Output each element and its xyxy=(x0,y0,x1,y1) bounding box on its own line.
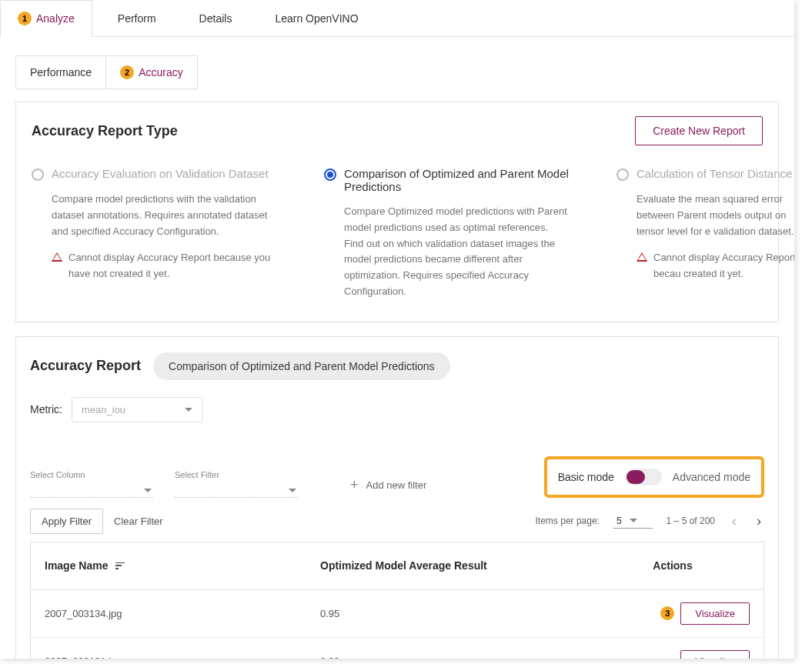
radio-tensor-warn: Cannot display Accuracy Report becau cre… xyxy=(653,250,794,282)
report-type-section: Accuracy Report Type Create New Report A… xyxy=(15,102,779,322)
accuracy-report-title: Accuracy Report xyxy=(30,358,141,374)
metric-value: mean_iou xyxy=(82,404,125,415)
visualize-button[interactable]: Visualize xyxy=(680,602,750,625)
tab-analyze-label: Analyze xyxy=(36,12,75,25)
tab-learn[interactable]: Learn OpenVINO xyxy=(257,0,376,36)
advanced-mode-label: Advanced mode xyxy=(673,471,750,483)
step-badge-3: 3 xyxy=(660,606,674,620)
col-image-name[interactable]: Image Name xyxy=(45,559,320,572)
chevron-down-icon xyxy=(630,519,637,522)
ipp-select[interactable]: 5 xyxy=(613,514,653,529)
step-badge-2: 2 xyxy=(120,65,134,79)
metric-label: Metric: xyxy=(30,403,62,415)
toggle-knob xyxy=(627,470,645,484)
add-filter-label: Add new filter xyxy=(366,479,427,491)
col-actions: Actions xyxy=(596,559,750,572)
mode-toggle[interactable] xyxy=(625,469,662,485)
radio-eval-label: Accuracy Evaluation on Validation Datase… xyxy=(52,167,269,180)
tab-details[interactable]: Details xyxy=(182,0,250,36)
radio-eval-warn: Cannot display Accuracy Report because y… xyxy=(69,250,278,282)
warning-icon xyxy=(637,252,647,262)
basic-mode-label: Basic mode xyxy=(558,471,614,483)
tab-learn-label: Learn OpenVINO xyxy=(275,12,358,25)
radio-option-compare[interactable]: Comparison of Optimized and Parent Model… xyxy=(324,167,570,300)
table-row: 2007_003131.jpg 0.99 Visualize xyxy=(31,637,764,659)
metric-select[interactable]: mean_iou xyxy=(72,397,202,422)
table-row: 2007_003134.jpg 0.95 3 Visualize xyxy=(31,589,764,637)
visualize-button[interactable]: Visualize xyxy=(680,650,750,659)
ipp-label: Items per page: xyxy=(536,516,600,526)
report-chip: Comparison of Optimized and Parent Model… xyxy=(153,352,450,380)
radio-compare-label: Comparison of Optimized and Parent Model… xyxy=(344,167,570,193)
plus-icon: + xyxy=(350,477,359,493)
select-column-input[interactable] xyxy=(30,484,153,498)
cell-result: 0.99 xyxy=(320,656,596,659)
subtab-accuracy-label: Accuracy xyxy=(139,66,183,78)
cell-image-name: 2007_003134.jpg xyxy=(45,608,320,619)
mode-toggle-highlight: Basic mode Advanced mode xyxy=(544,456,764,498)
paginator: Items per page: 5 1 – 5 of 200 ‹ › xyxy=(536,510,764,532)
next-page-button[interactable]: › xyxy=(754,510,764,532)
cell-result: 0.95 xyxy=(320,608,596,619)
select-column-label: Select Column xyxy=(30,470,153,479)
report-type-title: Accuracy Report Type xyxy=(32,123,178,139)
apply-filter-button[interactable]: Apply Filter xyxy=(30,509,103,534)
radio-icon xyxy=(617,169,629,181)
radio-tensor-label: Calculation of Tensor Distance to Par xyxy=(637,167,794,180)
accuracy-report-section: Accuracy Report Comparison of Optimized … xyxy=(15,336,779,659)
prev-page-button[interactable]: ‹ xyxy=(729,510,740,532)
tab-perform-label: Perform xyxy=(118,12,156,25)
radio-compare-desc: Compare Optimized model predictions with… xyxy=(324,204,570,300)
subtab-performance-label: Performance xyxy=(30,66,92,78)
warning-icon xyxy=(52,252,62,262)
subtab-accuracy[interactable]: 2 Accuracy xyxy=(105,56,197,88)
add-filter-button[interactable]: + Add new filter xyxy=(350,477,426,493)
subtab-performance[interactable]: Performance xyxy=(16,56,105,88)
chevron-down-icon xyxy=(289,489,296,492)
radio-eval-desc: Compare model predictions with the valid… xyxy=(32,192,278,239)
results-table: Image Name Optimized Model Average Resul… xyxy=(30,542,764,659)
chevron-down-icon xyxy=(185,408,192,412)
step-badge-1: 1 xyxy=(18,12,32,25)
tab-analyze[interactable]: 1 Analyze xyxy=(0,0,92,37)
sub-tabs: Performance 2 Accuracy xyxy=(15,55,198,89)
tab-perform[interactable]: Perform xyxy=(100,0,174,36)
radio-option-eval[interactable]: Accuracy Evaluation on Validation Datase… xyxy=(32,167,278,300)
main-tabs: 1 Analyze Perform Details Learn OpenVINO xyxy=(0,0,794,37)
tab-details-label: Details xyxy=(199,12,232,25)
radio-tensor-desc: Evaluate the mean squared error between … xyxy=(617,192,794,239)
cell-image-name: 2007_003131.jpg xyxy=(45,656,320,659)
clear-filter-button[interactable]: Clear Filter xyxy=(114,516,163,527)
chevron-down-icon xyxy=(144,489,152,492)
radio-icon xyxy=(324,169,336,181)
create-report-button[interactable]: Create New Report xyxy=(635,116,763,145)
col-image-name-label: Image Name xyxy=(45,559,108,572)
radio-icon xyxy=(32,169,44,181)
page-range: 1 – 5 of 200 xyxy=(667,516,715,526)
col-result[interactable]: Optimized Model Average Result xyxy=(320,559,596,572)
select-filter-label: Select Filter xyxy=(175,470,298,479)
sort-icon xyxy=(115,562,125,570)
ipp-value: 5 xyxy=(617,516,622,526)
select-filter-input[interactable] xyxy=(175,484,298,498)
radio-option-tensor[interactable]: Calculation of Tensor Distance to Par Ev… xyxy=(617,167,794,300)
